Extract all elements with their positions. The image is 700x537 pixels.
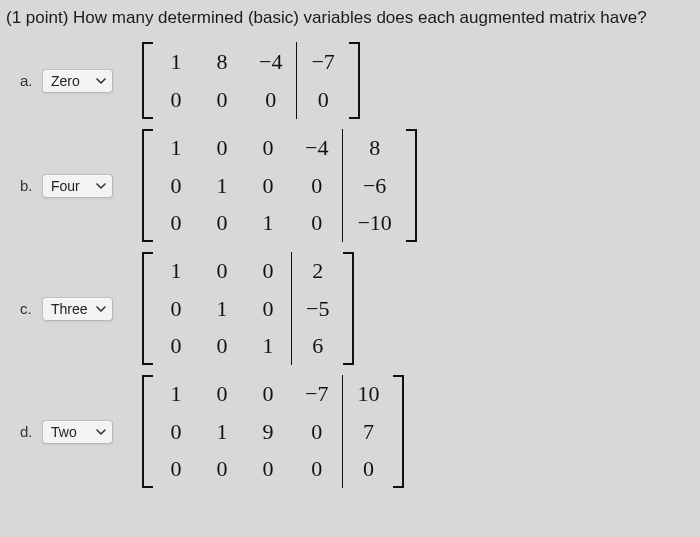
- answer-select-wrap: ?ZeroOneTwoThreeFour: [42, 297, 113, 321]
- matrix-table: 1002010−50016: [153, 252, 343, 365]
- matrix-cell: 0: [153, 81, 199, 120]
- matrix-cell: 8: [343, 129, 406, 167]
- matrix-cell: 1: [199, 413, 245, 451]
- answer-select[interactable]: ?ZeroOneTwoThreeFour: [42, 174, 113, 198]
- table-row: 100−48: [153, 129, 406, 167]
- matrix-cell: 0: [199, 450, 245, 488]
- matrix-table: 100−480100−60010−10: [153, 129, 406, 242]
- matrix-cell: 1: [199, 167, 245, 205]
- matrix-cell: 0: [153, 450, 199, 488]
- matrix-cell: −7: [297, 42, 349, 81]
- matrix-table: 100−7100190700000: [153, 375, 393, 488]
- answer-select[interactable]: ?ZeroOneTwoThreeFour: [42, 297, 113, 321]
- matrix-cell: 0: [245, 252, 292, 290]
- matrix-cell: −4: [245, 42, 297, 81]
- matrix-cell: 2: [292, 252, 344, 290]
- matrix-cell: 0: [153, 327, 199, 365]
- part-label: d.: [20, 423, 42, 440]
- matrix-cell: 1: [245, 204, 291, 242]
- augmented-matrix: 100−480100−60010−10: [141, 129, 418, 242]
- left-bracket-icon: [141, 375, 153, 488]
- matrix-cell: 1: [245, 327, 292, 365]
- matrix-cell: 1: [153, 252, 199, 290]
- part-label: a.: [20, 72, 42, 89]
- matrix-cell: −4: [291, 129, 343, 167]
- table-row: 0100−6: [153, 167, 406, 205]
- matrix-cell: 0: [291, 167, 343, 205]
- matrix-cell: 0: [245, 290, 292, 328]
- matrix-table: 18−4−70000: [153, 42, 349, 119]
- answer-select[interactable]: ?ZeroOneTwoThreeFour: [42, 69, 113, 93]
- matrix-cell: 0: [245, 375, 291, 413]
- part-label: b.: [20, 177, 42, 194]
- matrix-cell: 0: [199, 81, 245, 120]
- right-bracket-icon: [393, 375, 405, 488]
- matrix-cell: −10: [343, 204, 406, 242]
- matrix-cell: −7: [291, 375, 343, 413]
- matrix-cell: 0: [297, 81, 349, 120]
- augmented-matrix: 18−4−70000: [141, 42, 361, 119]
- problem-row: b.?ZeroOneTwoThreeFour100−480100−60010−1…: [20, 129, 700, 242]
- right-bracket-icon: [343, 252, 355, 365]
- table-row: 010−5: [153, 290, 343, 328]
- matrix-cell: 0: [153, 167, 199, 205]
- matrix-cell: 6: [292, 327, 344, 365]
- table-row: 1002: [153, 252, 343, 290]
- answer-select[interactable]: ?ZeroOneTwoThreeFour: [42, 420, 113, 444]
- answer-select-wrap: ?ZeroOneTwoThreeFour: [42, 420, 113, 444]
- answer-select-wrap: ?ZeroOneTwoThreeFour: [42, 174, 113, 198]
- table-row: 100−710: [153, 375, 393, 413]
- matrix-cell: 10: [343, 375, 394, 413]
- question-text: (1 point) How many determined (basic) va…: [0, 0, 700, 28]
- matrix-cell: 0: [153, 204, 199, 242]
- question-body: How many determined (basic) variables do…: [73, 8, 647, 27]
- matrix-cell: 1: [199, 290, 245, 328]
- part-label: c.: [20, 300, 42, 317]
- matrix-cell: 0: [153, 413, 199, 451]
- problem-row: a.?ZeroOneTwoThreeFour18−4−70000: [20, 42, 700, 119]
- matrix-cell: 1: [153, 375, 199, 413]
- matrix-cell: 0: [343, 450, 394, 488]
- matrix-cell: 0: [199, 204, 245, 242]
- matrix-cell: 8: [199, 42, 245, 81]
- matrix-cell: 1: [153, 129, 199, 167]
- matrix-cell: −5: [292, 290, 344, 328]
- table-row: 0000: [153, 81, 349, 120]
- matrix-cell: −6: [343, 167, 406, 205]
- matrix-cell: 0: [199, 375, 245, 413]
- table-row: 18−4−7: [153, 42, 349, 81]
- problem-row: d.?ZeroOneTwoThreeFour100−7100190700000: [20, 375, 700, 488]
- right-bracket-icon: [349, 42, 361, 119]
- matrix-cell: 9: [245, 413, 291, 451]
- problems-container: a.?ZeroOneTwoThreeFour18−4−70000b.?ZeroO…: [0, 28, 700, 488]
- table-row: 01907: [153, 413, 393, 451]
- matrix-cell: 0: [153, 290, 199, 328]
- matrix-cell: 7: [343, 413, 394, 451]
- table-row: 0010−10: [153, 204, 406, 242]
- matrix-cell: 0: [199, 252, 245, 290]
- matrix-cell: 0: [199, 327, 245, 365]
- table-row: 0016: [153, 327, 343, 365]
- matrix-cell: 1: [153, 42, 199, 81]
- problem-row: c.?ZeroOneTwoThreeFour1002010−50016: [20, 252, 700, 365]
- table-row: 00000: [153, 450, 393, 488]
- matrix-cell: 0: [245, 81, 297, 120]
- matrix-cell: 0: [291, 450, 343, 488]
- matrix-cell: 0: [291, 204, 343, 242]
- answer-select-wrap: ?ZeroOneTwoThreeFour: [42, 69, 113, 93]
- left-bracket-icon: [141, 129, 153, 242]
- matrix-cell: 0: [291, 413, 343, 451]
- left-bracket-icon: [141, 252, 153, 365]
- matrix-cell: 0: [245, 450, 291, 488]
- question-points: (1 point): [6, 8, 73, 27]
- matrix-cell: 0: [245, 129, 291, 167]
- matrix-cell: 0: [199, 129, 245, 167]
- augmented-matrix: 1002010−50016: [141, 252, 355, 365]
- right-bracket-icon: [406, 129, 418, 242]
- left-bracket-icon: [141, 42, 153, 119]
- augmented-matrix: 100−7100190700000: [141, 375, 405, 488]
- matrix-cell: 0: [245, 167, 291, 205]
